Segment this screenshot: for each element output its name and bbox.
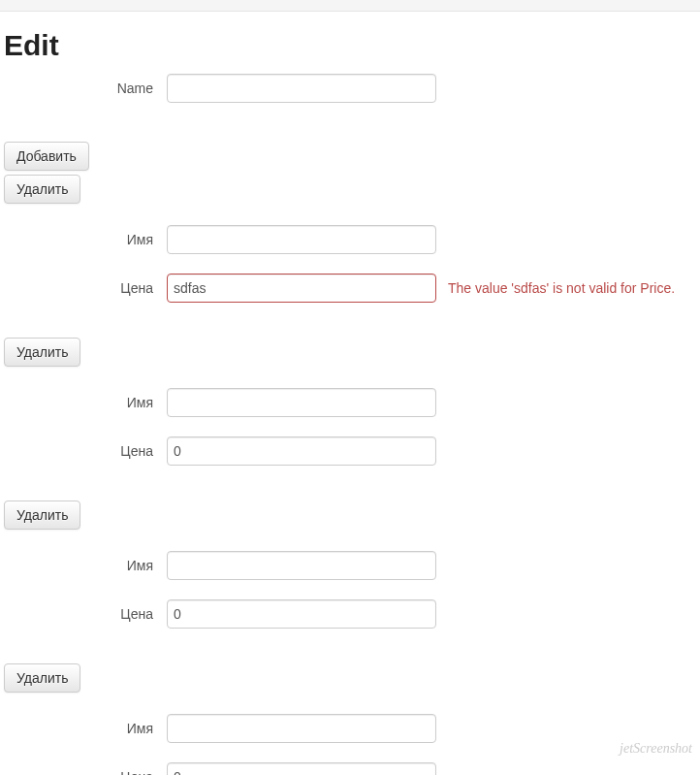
item-name-label: Имя: [0, 721, 167, 736]
delete-button-2[interactable]: Удалить: [4, 501, 80, 530]
name-field-row: Name: [0, 74, 700, 103]
item-row: Цена: [0, 599, 700, 629]
item-row: Имя: [0, 551, 700, 580]
item-price-input-1[interactable]: [167, 436, 436, 466]
item-name-input-0[interactable]: [167, 225, 436, 254]
item-name-input-2[interactable]: [167, 551, 436, 580]
item-name-label: Имя: [0, 232, 167, 247]
item-row: Имя: [0, 225, 700, 254]
validation-error: The value 'sdfas' is not valid for Price…: [448, 280, 675, 296]
delete-button-1[interactable]: Удалить: [4, 338, 80, 367]
item-row: Цена The value 'sdfas' is not valid for …: [0, 274, 700, 303]
name-label: Name: [0, 81, 167, 96]
item-row: Имя: [0, 388, 700, 417]
item-name-input-3[interactable]: [167, 714, 436, 743]
page-title: Edit: [4, 29, 700, 62]
add-button[interactable]: Добавить: [4, 142, 89, 171]
item-price-input-3[interactable]: [167, 762, 436, 775]
item-name-label: Имя: [0, 395, 167, 410]
top-bar: [0, 0, 700, 12]
item-row: Цена: [0, 762, 700, 775]
item-price-label: Цена: [0, 443, 167, 459]
delete-button-0[interactable]: Удалить: [4, 175, 80, 204]
item-price-label: Цена: [0, 769, 167, 775]
name-input[interactable]: [167, 74, 436, 103]
item-price-input-0[interactable]: [167, 274, 436, 303]
item-row: Цена: [0, 436, 700, 466]
item-price-input-2[interactable]: [167, 599, 436, 629]
delete-button-3[interactable]: Удалить: [4, 663, 80, 693]
item-row: Имя: [0, 714, 700, 743]
item-name-label: Имя: [0, 558, 167, 573]
item-name-input-1[interactable]: [167, 388, 436, 417]
item-price-label: Цена: [0, 606, 167, 622]
watermark: jetScreenshot: [620, 741, 692, 757]
item-price-label: Цена: [0, 280, 167, 296]
